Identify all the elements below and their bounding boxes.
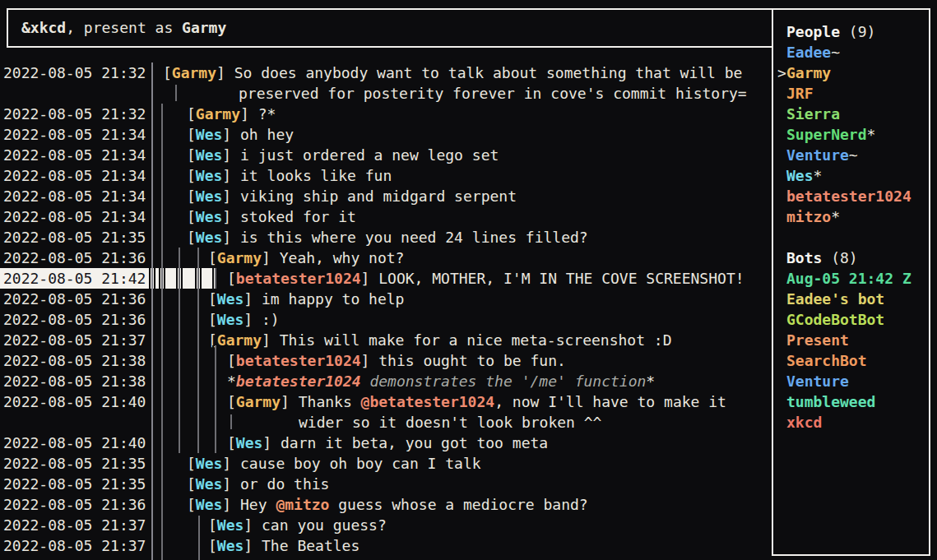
sidebar-user-wes[interactable]: Wes* — [773, 165, 929, 186]
user-name: Present — [786, 331, 849, 349]
sidebar-user-mitzo[interactable]: mitzo* — [773, 206, 929, 227]
sidebar-user-sierra[interactable]: Sierra — [773, 104, 929, 124]
message-text: [Wes] im happy to help — [208, 289, 404, 309]
author-name: Garmy — [196, 105, 240, 123]
message-segment: [ — [227, 270, 236, 287]
author-name: betatester1024 — [236, 373, 361, 390]
message-segment: ] it looks like fun — [222, 167, 392, 184]
user-name: Wes — [786, 167, 814, 184]
message-segment: [ — [208, 537, 217, 554]
sidebar-bot-venture[interactable]: Venture — [773, 371, 929, 391]
user-name: xkcd — [786, 414, 822, 431]
chat-message-row[interactable]: 2022-08-05 21:40[Garmy] Thanks @betatest… — [0, 391, 772, 412]
message-text: [Wes] cause boy oh boy can I talk — [187, 453, 481, 474]
chat-message-row[interactable]: 2022-08-05 21:34[Wes] viking ship and mi… — [0, 186, 772, 206]
sidebar-bot-gcodebotbot[interactable]: GCodeBotBot — [773, 309, 929, 330]
message-segment: ] oh hey — [222, 126, 294, 143]
message-text: [Wes] The Beatles — [208, 535, 359, 556]
message-text: wider so it doesn't look broken ^^ — [299, 412, 601, 433]
sidebar-bot-eadee-s-bot[interactable]: Eadee's bot — [773, 289, 929, 309]
author-name: Wes — [196, 187, 223, 205]
chat-message-row[interactable]: 2022-08-05 21:36[Wes] im happy to help — [0, 289, 772, 309]
timestamp: 2022-08-05 21:36 — [3, 309, 146, 330]
message-segment: , now I'll have to make it — [494, 393, 726, 410]
author-name: Wes — [196, 208, 223, 225]
chat-message-row[interactable]: 2022-08-05 21:40[Wes] darn it beta, you … — [0, 433, 772, 453]
message-segment: [ — [187, 208, 196, 225]
timestamp: 2022-08-05 21:35 — [3, 474, 146, 494]
sidebar-user-garmy[interactable]: >Garmy — [773, 62, 929, 83]
user-name: betatester1024 — [786, 187, 911, 205]
chat-message-row[interactable]: 2022-08-05 21:37[Wes] can you guess? — [0, 515, 772, 535]
chat-message-row[interactable]: 2022-08-05 21:32[Garmy] ?* — [0, 104, 772, 124]
chat-message-row[interactable]: 2022-08-05 21:32[Garmy] So does anybody … — [0, 62, 772, 83]
chat-message-row[interactable]: preserved for posterity forever in cove'… — [0, 83, 772, 104]
chat-message-row[interactable]: 2022-08-05 21:35[Wes] cause boy oh boy c… — [0, 453, 772, 474]
user-name: mitzo — [786, 208, 831, 225]
chat-message-row[interactable]: 2022-08-05 21:34[Wes] i just ordered a n… — [0, 145, 772, 165]
message-segment: [ — [208, 311, 217, 328]
message-segment: ] can you guess? — [244, 516, 386, 534]
people-sidebar: People(9) Eadee~>GarmyJRFSierraSuperNerd… — [772, 8, 930, 556]
chat-message-row[interactable]: 2022-08-05 21:36[Wes] :) — [0, 309, 772, 330]
author-name: Wes — [196, 126, 223, 143]
chat-message-row[interactable]: 2022-08-05 21:38[betatester1024] this ou… — [0, 350, 772, 371]
chat-message-row[interactable]: 2022-08-05 21:35[Wes] is this where you … — [0, 227, 772, 248]
message-text: [Wes] i just ordered a new lego set — [187, 145, 499, 165]
user-name: GCodeBotBot — [786, 311, 884, 328]
channel-header: &xkcd, present as Garmy — [7, 8, 775, 48]
message-segment: ] The Beatles — [244, 537, 359, 554]
chat-message-row[interactable]: 2022-08-05 21:37[Wes] The Beatles — [0, 535, 772, 556]
message-segment: [ — [187, 475, 196, 493]
author-name: Wes — [217, 311, 244, 328]
message-text: [Garmy] Yeah, why not? — [208, 248, 404, 268]
sidebar-user-betatester1024[interactable]: betatester1024 — [773, 186, 929, 206]
chat-message-row[interactable]: 2022-08-05 21:34[Wes] stoked for it — [0, 206, 772, 227]
chat-message-row[interactable]: 2022-08-05 21:35[Wes] or do this — [0, 474, 772, 494]
chat-message-row[interactable]: 2022-08-05 21:37[Garmy] This will make f… — [0, 330, 772, 350]
chat-log: 2022-08-05 21:32[Garmy] So does anybody … — [0, 62, 772, 560]
message-segment: ] ?* — [240, 105, 276, 123]
author-name: @betatester1024 — [361, 393, 495, 410]
message-segment: [ — [227, 434, 236, 451]
user-status-suffix: ~ — [849, 146, 858, 164]
sidebar-bot-xkcd[interactable]: xkcd — [773, 412, 929, 433]
sidebar-user-supernerd[interactable]: SuperNerd* — [773, 124, 929, 145]
message-segment: [ — [187, 496, 196, 513]
sidebar-bot-present[interactable]: Present — [773, 330, 929, 350]
chat-message-row[interactable]: 2022-08-05 21:38*betatester1024 demonstr… — [0, 371, 772, 391]
user-status-suffix: * — [814, 167, 823, 184]
chat-message-row[interactable]: 2022-08-05 21:34[Wes] oh hey — [0, 124, 772, 145]
message-text: [Wes] viking ship and midgard serpent — [187, 186, 517, 206]
author-name: Wes — [196, 229, 223, 246]
chat-message-row[interactable]: 2022-08-05 21:36[Garmy] Yeah, why not? — [0, 248, 772, 268]
sidebar-bot-searchbot[interactable]: SearchBot — [773, 350, 929, 371]
message-segment: ] Yeah, why not? — [262, 249, 404, 266]
timestamp: 2022-08-05 21:38 — [3, 371, 146, 391]
message-segment: [ — [187, 126, 196, 143]
timestamp: 2022-08-05 21:42 — [3, 268, 146, 289]
author-name: betatester1024 — [236, 270, 361, 287]
message-segment: [ — [187, 455, 196, 472]
people-count: (9) — [849, 23, 876, 40]
author-name: Wes — [196, 455, 223, 472]
author-name: Wes — [217, 290, 244, 308]
sidebar-user-venture[interactable]: Venture~ — [773, 145, 929, 165]
chat-message-row[interactable]: 2022-08-05 21:34[Wes] it looks like fun — [0, 165, 772, 186]
sidebar-bot-aug-05-21-42-z[interactable]: Aug-05 21:42 Z — [773, 268, 929, 289]
chat-message-row[interactable]: 2022-08-05 21:36[Wes] Hey @mitzo guess w… — [0, 494, 772, 515]
timestamp: 2022-08-05 21:36 — [3, 494, 146, 515]
message-segment: ] So does anybody want to talk about som… — [216, 64, 742, 81]
message-text: [betatester1024] this ought to be fun. — [227, 350, 566, 371]
message-segment: ] Thanks — [281, 393, 361, 410]
persona-name: Garmy — [182, 19, 226, 36]
sidebar-user-eadee[interactable]: Eadee~ — [773, 42, 929, 62]
sidebar-bot-tumbleweed[interactable]: tumbleweed — [773, 391, 929, 412]
message-segment: wider so it doesn't look broken ^^ — [299, 414, 601, 431]
chat-message-row[interactable]: wider so it doesn't look broken ^^ — [0, 412, 772, 433]
timestamp: 2022-08-05 21:35 — [3, 227, 146, 248]
chat-message-row[interactable]: 2022-08-05 21:42[betatester1024] LOOK, M… — [0, 268, 772, 289]
message-segment: ] Hey — [222, 496, 276, 513]
message-segment: [ — [227, 393, 236, 410]
sidebar-user-jrf[interactable]: JRF — [773, 83, 929, 104]
